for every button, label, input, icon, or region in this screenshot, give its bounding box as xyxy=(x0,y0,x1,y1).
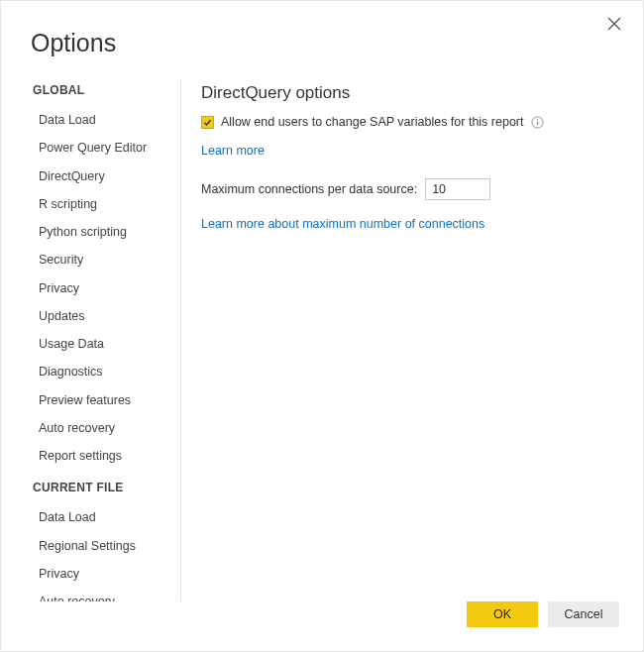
sidebar-item-r-scripting[interactable]: R scripting xyxy=(31,191,172,217)
info-icon[interactable] xyxy=(531,116,544,129)
sidebar-item-privacy[interactable]: Privacy xyxy=(31,561,172,587)
learn-more-link[interactable]: Learn more xyxy=(201,144,265,158)
sidebar-item-security[interactable]: Security xyxy=(31,247,172,272)
ok-button[interactable]: OK xyxy=(467,601,538,627)
sidebar-item-regional-settings[interactable]: Regional Settings xyxy=(31,533,172,559)
dialog-title: Options xyxy=(1,1,643,79)
max-connections-label: Maximum connections per data source: xyxy=(201,182,417,196)
max-connections-row: Maximum connections per data source: xyxy=(201,178,619,200)
allow-sap-checkbox-row: Allow end users to change SAP variables … xyxy=(201,115,619,129)
sidebar-item-data-load[interactable]: Data Load xyxy=(31,504,172,530)
content-panel: DirectQuery options Allow end users to c… xyxy=(181,79,643,601)
sidebar-section-header: CURRENT FILE xyxy=(31,481,176,494)
sidebar-item-python-scripting[interactable]: Python scripting xyxy=(31,219,172,245)
dialog-body: GLOBALData LoadPower Query EditorDirectQ… xyxy=(1,79,643,601)
sidebar-item-auto-recovery[interactable]: Auto recovery xyxy=(31,415,172,441)
sidebar-item-data-load[interactable]: Data Load xyxy=(31,107,172,133)
content-title: DirectQuery options xyxy=(201,83,619,103)
sidebar-item-privacy[interactable]: Privacy xyxy=(31,275,172,301)
svg-point-4 xyxy=(536,118,537,119)
sidebar-item-updates[interactable]: Updates xyxy=(31,303,172,329)
options-dialog: Options GLOBALData LoadPower Query Edito… xyxy=(0,0,644,652)
sidebar-item-directquery[interactable]: DirectQuery xyxy=(31,163,172,189)
sidebar-section-header: GLOBAL xyxy=(31,83,176,97)
learn-more-connections-link[interactable]: Learn more about maximum number of conne… xyxy=(201,217,484,231)
allow-sap-label: Allow end users to change SAP variables … xyxy=(221,115,524,129)
sidebar-item-diagnostics[interactable]: Diagnostics xyxy=(31,359,172,384)
allow-sap-checkbox[interactable] xyxy=(201,116,214,129)
sidebar: GLOBALData LoadPower Query EditorDirectQ… xyxy=(31,79,181,601)
dialog-footer: OK Cancel xyxy=(1,601,643,651)
cancel-button[interactable]: Cancel xyxy=(548,601,619,627)
sidebar-item-auto-recovery[interactable]: Auto recovery xyxy=(31,589,172,601)
sidebar-item-preview-features[interactable]: Preview features xyxy=(31,387,172,413)
sidebar-item-power-query-editor[interactable]: Power Query Editor xyxy=(31,135,172,161)
sidebar-item-report-settings[interactable]: Report settings xyxy=(31,443,172,469)
close-icon[interactable] xyxy=(607,17,623,33)
sidebar-item-usage-data[interactable]: Usage Data xyxy=(31,331,172,357)
max-connections-input[interactable] xyxy=(425,178,490,200)
